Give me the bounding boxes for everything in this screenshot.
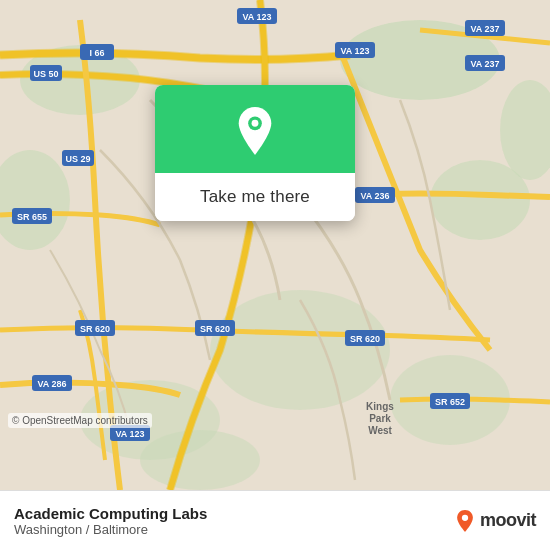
popup-header [155,85,355,173]
svg-text:VA 236: VA 236 [360,191,389,201]
svg-text:SR 620: SR 620 [200,324,230,334]
map-view: I 66 US 50 US 29 VA 123 VA 123 VA 123 SR… [0,0,550,490]
svg-text:SR 620: SR 620 [350,334,380,344]
location-region: Washington / Baltimore [14,522,444,537]
svg-text:VA 123: VA 123 [242,12,271,22]
location-name: Academic Computing Labs [14,505,444,522]
svg-point-45 [462,514,468,520]
svg-text:VA 286: VA 286 [37,379,66,389]
svg-text:SR 655: SR 655 [17,212,47,222]
location-info: Academic Computing Labs Washington / Bal… [14,505,444,537]
location-popup: Take me there [155,85,355,221]
location-pin-icon [231,107,279,155]
svg-point-44 [252,120,259,127]
svg-text:VA 237: VA 237 [470,24,499,34]
svg-text:VA 123: VA 123 [340,46,369,56]
svg-text:VA 123: VA 123 [115,429,144,439]
svg-point-9 [140,430,260,490]
moovit-text: moovit [480,510,536,531]
svg-text:I 66: I 66 [89,48,104,58]
svg-text:SR 620: SR 620 [80,324,110,334]
moovit-pin-icon [454,510,476,532]
moovit-logo: moovit [454,510,536,532]
svg-text:US 29: US 29 [65,154,90,164]
take-me-there-button[interactable]: Take me there [155,173,355,221]
copyright-notice: © OpenStreetMap contributors [8,413,152,428]
svg-text:VA 237: VA 237 [470,59,499,69]
svg-text:US 50: US 50 [33,69,58,79]
svg-text:West: West [368,425,392,436]
svg-text:SR 652: SR 652 [435,397,465,407]
svg-text:Park: Park [369,413,391,424]
bottom-bar: Academic Computing Labs Washington / Bal… [0,490,550,550]
svg-text:Kings: Kings [366,401,394,412]
